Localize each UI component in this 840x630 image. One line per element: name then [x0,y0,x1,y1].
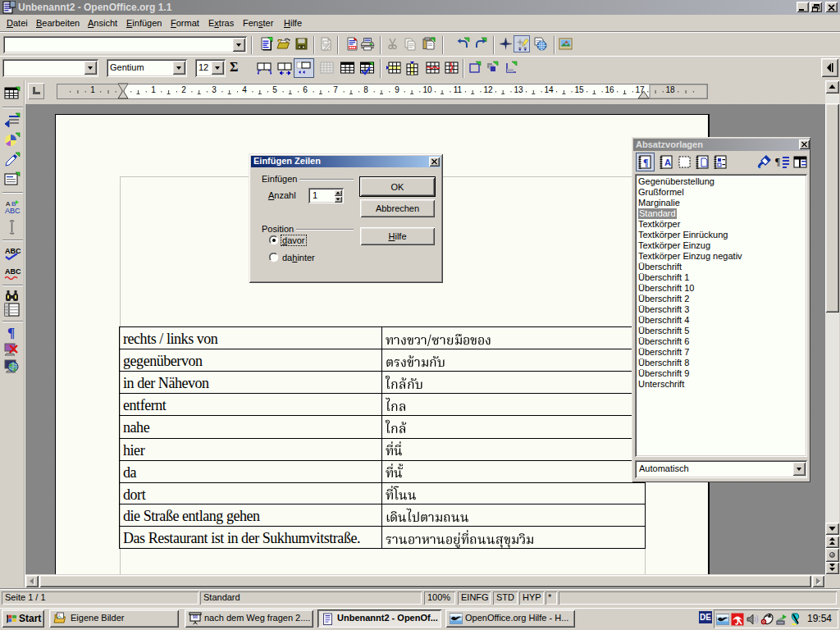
svg-text:A: A [664,158,671,167]
svg-text:ABC: ABC [5,207,21,215]
svg-text:¶: ¶ [643,157,648,168]
svg-text:ABC: ABC [5,247,21,255]
svg-text:¶: ¶ [775,155,780,167]
svg-text:¶: ¶ [7,325,15,340]
svg-text:ABC: ABC [5,267,21,276]
